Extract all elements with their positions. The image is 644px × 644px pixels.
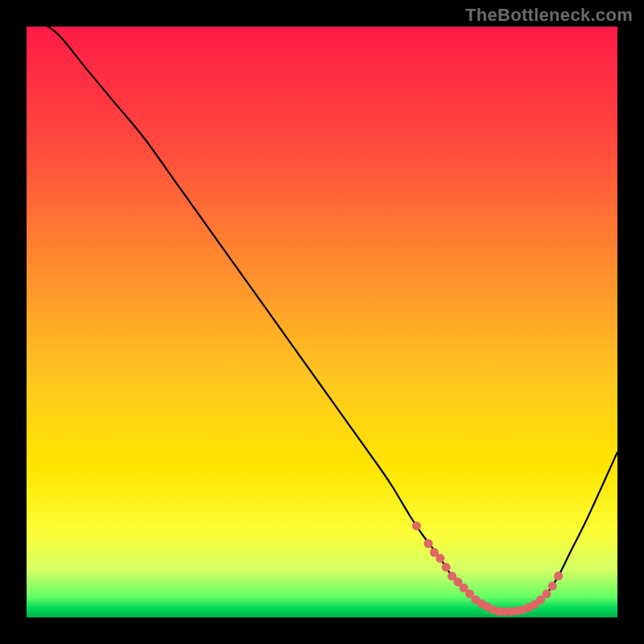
highlight-marker — [542, 589, 551, 598]
highlight-marker — [436, 554, 444, 563]
chart-stage: TheBottleneck.com — [0, 0, 644, 644]
watermark-label: TheBottleneck.com — [465, 5, 633, 26]
bottleneck-chart — [0, 0, 644, 644]
plot-background — [27, 27, 617, 617]
highlight-marker — [412, 522, 421, 530]
highlight-marker — [554, 572, 563, 580]
highlight-marker — [424, 539, 433, 548]
highlight-marker — [548, 582, 557, 591]
highlight-marker — [442, 563, 451, 572]
